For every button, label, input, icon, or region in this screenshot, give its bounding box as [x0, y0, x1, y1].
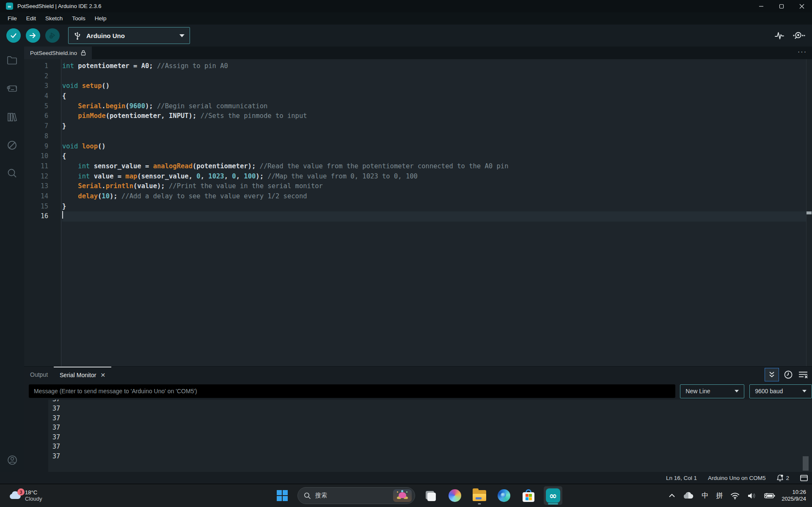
serial-monitor-button[interactable]: [793, 30, 805, 41]
edge-icon: [498, 489, 510, 502]
code-line: [62, 132, 812, 142]
line-ending-dropdown[interactable]: New Line: [680, 384, 744, 398]
arduino-ide-window: ∞ PotSeedShield | Arduino IDE 2.3.6 File…: [0, 0, 812, 507]
debug-tab[interactable]: [6, 139, 18, 151]
windows-logo-icon: [277, 490, 288, 501]
tray-clock[interactable]: 10:26 2025/9/24: [779, 489, 812, 502]
search-highlight-image[interactable]: [393, 489, 412, 502]
boards-manager-tab[interactable]: [6, 82, 18, 94]
code-line: void setup(): [62, 81, 812, 91]
chevron-down-icon: [179, 34, 184, 37]
window-title: PotSeedShield | Arduino IDE 2.3.6: [17, 3, 102, 9]
search-placeholder: 搜索: [315, 492, 389, 499]
arduino-ide-icon: ∞: [546, 488, 560, 503]
editor-more-actions-button[interactable]: ···: [798, 48, 807, 56]
line-number: 8: [24, 132, 61, 142]
cursor-position-status[interactable]: Ln 16, Col 1: [661, 472, 702, 484]
code-line: Serial.println(value); //Print the value…: [62, 181, 812, 192]
editor-scrollbar[interactable]: [806, 59, 812, 366]
weather-temperature: 18°C: [25, 489, 42, 496]
tab-filename: PotSeedShield.ino: [30, 50, 77, 56]
activity-bar: [0, 47, 24, 472]
board-selector-dropdown[interactable]: Arduino Uno: [68, 27, 190, 44]
tab-potseedshield[interactable]: PotSeedShield.ino: [24, 47, 92, 59]
lock-icon: [81, 50, 86, 56]
sketchbook-tab[interactable]: [6, 54, 18, 66]
weather-widget[interactable]: 3 18°C Cloudy: [8, 489, 42, 502]
serial-output-area[interactable]: 37373737373737: [48, 400, 812, 472]
arduino-ide-taskbar-button[interactable]: ∞: [544, 486, 562, 505]
onedrive-tray-icon[interactable]: [679, 484, 698, 507]
scrollbar-cursor-marker: [806, 211, 812, 214]
serial-output-line: 37: [52, 433, 812, 442]
battery-tray-icon[interactable]: [760, 484, 779, 507]
line-number: 7: [24, 121, 61, 132]
start-button[interactable]: [273, 486, 292, 505]
taskbar-search-box[interactable]: 搜索: [297, 487, 415, 504]
weather-condition: Cloudy: [25, 496, 42, 502]
task-view-button[interactable]: [421, 486, 440, 505]
serial-message-input[interactable]: [29, 384, 675, 398]
line-number: 2: [24, 71, 61, 82]
tray-time: 10:26: [792, 489, 806, 496]
autoscroll-toggle-button[interactable]: [765, 368, 779, 381]
microsoft-store-button[interactable]: [519, 486, 538, 505]
bottom-panel: Output Serial Monitor ✕ New Line 9600 ba…: [24, 366, 812, 472]
menu-file[interactable]: File: [3, 14, 21, 23]
board-port-status[interactable]: Arduino Uno on COM5: [702, 472, 771, 484]
code-line: int potentiometer = A0; //Assign to pin …: [62, 61, 812, 71]
close-button[interactable]: [792, 0, 812, 12]
tab-output[interactable]: Output: [24, 367, 54, 383]
menu-sketch[interactable]: Sketch: [41, 14, 67, 23]
verify-button[interactable]: [6, 28, 21, 43]
ime-language-indicator[interactable]: 中: [698, 484, 712, 507]
tray-date: 2025/9/24: [782, 496, 806, 502]
clear-output-button[interactable]: [798, 369, 809, 380]
toolbar: Arduino Uno: [0, 25, 812, 47]
bell-icon: [776, 474, 784, 482]
code-line: int sensor_value = analogRead(potentiome…: [62, 162, 812, 172]
chevron-down-icon: [735, 390, 739, 392]
baud-rate-dropdown[interactable]: 9600 baud: [749, 384, 812, 398]
serial-output-line: 37: [52, 452, 812, 461]
line-number: 3: [24, 81, 61, 91]
menu-tools[interactable]: Tools: [68, 14, 90, 23]
ime-mode-indicator[interactable]: 拼: [712, 484, 727, 507]
library-manager-tab[interactable]: [6, 111, 18, 123]
debug-button[interactable]: [45, 28, 60, 43]
maximize-button[interactable]: [771, 0, 792, 12]
line-number: 1: [24, 61, 61, 71]
serial-output-scrollbar[interactable]: [803, 456, 809, 471]
tab-serial-monitor[interactable]: Serial Monitor ✕: [54, 367, 111, 383]
timestamp-toggle-button[interactable]: [783, 369, 794, 380]
windows-taskbar: 3 18°C Cloudy 搜索 ∞ 中 拼: [0, 484, 812, 507]
volume-tray-icon[interactable]: [743, 484, 760, 507]
serial-plotter-button[interactable]: [774, 30, 785, 41]
code-editor[interactable]: 12345678910111213141516 int potentiomete…: [24, 59, 812, 366]
account-button[interactable]: [6, 454, 18, 466]
editor-code[interactable]: int potentiometer = A0; //Assign to pin …: [61, 59, 812, 366]
edge-button[interactable]: [495, 486, 513, 505]
code-line: [62, 211, 812, 222]
serial-output-line: 37: [52, 442, 812, 452]
wifi-tray-icon[interactable]: [727, 484, 743, 507]
code-line: delay(10); //Add a delay to see the valu…: [62, 192, 812, 202]
menu-help[interactable]: Help: [91, 14, 111, 23]
close-serial-monitor-icon[interactable]: ✕: [100, 372, 105, 378]
upload-button[interactable]: [26, 28, 40, 43]
arduino-logo-icon: ∞: [6, 3, 13, 10]
tray-expand-button[interactable]: [665, 484, 679, 507]
line-number: 9: [24, 142, 61, 152]
code-line: [62, 71, 812, 82]
search-tab[interactable]: [6, 167, 18, 179]
line-number: 16: [24, 211, 61, 222]
minimize-button[interactable]: [751, 0, 771, 12]
notifications-status[interactable]: 2: [771, 472, 795, 484]
code-line: }: [62, 121, 812, 132]
toggle-panel-button[interactable]: [795, 472, 812, 484]
menu-edit[interactable]: Edit: [22, 14, 40, 23]
file-explorer-button[interactable]: [470, 486, 489, 505]
copilot-button[interactable]: [446, 486, 464, 505]
line-number: 6: [24, 111, 61, 121]
code-line: int value = map(sensor_value, 0, 1023, 0…: [62, 172, 812, 182]
